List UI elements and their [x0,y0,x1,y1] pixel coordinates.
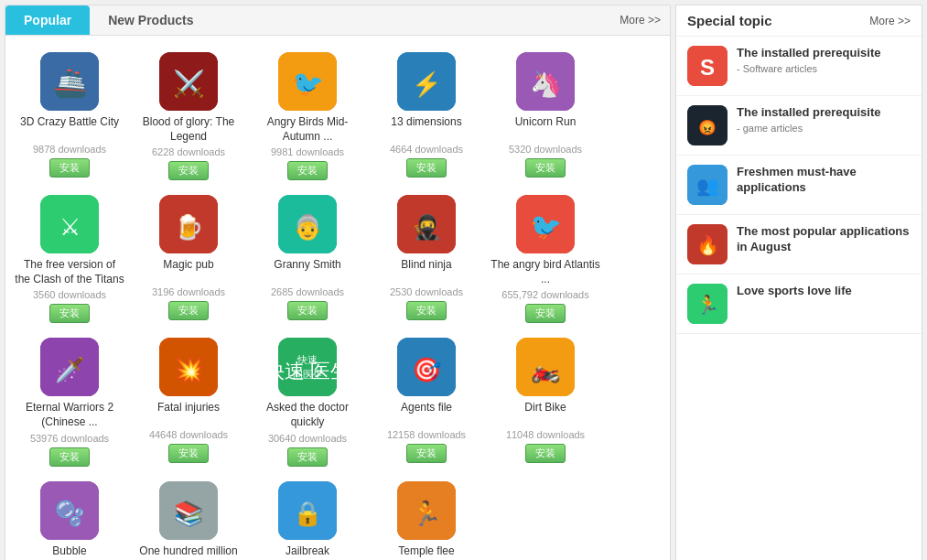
list-item: 📚 One hundred million Bookstore 4229 dow… [129,474,248,560]
svg-text:🔒: 🔒 [293,499,323,528]
app-icon: 🥷 [397,195,456,253]
app-icon: ⚔️ [159,52,218,111]
sidebar-item-icon: 🔥 [687,224,728,264]
list-item: 🔒 Jailbreak 3669 downloads 安装 [248,474,367,560]
install-button[interactable]: 安装 [168,444,209,463]
app-name: Asked the doctor quickly [253,401,362,429]
app-icon: 🍺 [159,195,218,253]
sidebar-item-title: Love sports love life [737,284,911,299]
sidebar-item[interactable]: 🔥 The most popular applications in Augus… [676,215,922,275]
svg-text:🐦: 🐦 [530,211,562,242]
list-item: 🥷 Blind ninja 2530 downloads 安装 [367,188,486,330]
svg-text:💥: 💥 [174,355,204,384]
svg-text:🫧: 🫧 [55,499,85,528]
install-button[interactable]: 安装 [406,444,447,463]
list-item: 快速 医生快速问医生 Asked the doctor quickly 3064… [248,330,367,473]
sidebar-item-title: The most popular applications in August [737,224,911,255]
svg-text:🔥: 🔥 [696,234,719,256]
sidebar-item-text: The most popular applications in August [737,224,911,257]
app-name: Jailbreak [253,544,362,560]
app-name: Bubble [15,544,124,560]
list-item: 💥 Fatal injuries 44648 downloads 安装 [129,330,248,473]
app-name: The free version of the Clash of the Tit… [15,258,124,286]
install-button[interactable]: 安装 [525,304,566,323]
app-icon: 🫧 [40,481,99,540]
app-grid-area: 🚢 3D Crazy Battle City 9878 downloads 安装… [5,36,670,560]
install-button[interactable]: 安装 [406,158,447,178]
app-name: Angry Birds Mid-Autumn ... [253,115,362,144]
app-icon: 🐦 [278,52,337,111]
app-downloads: 2530 downloads [372,286,481,297]
svg-text:🏍️: 🏍️ [531,355,561,384]
svg-text:🦄: 🦄 [530,69,562,99]
install-button[interactable]: 安装 [168,161,209,180]
sidebar-item[interactable]: 😡 The installed prerequisite - game arti… [676,96,922,156]
tab-popular[interactable]: Popular [5,5,90,35]
sidebar-item[interactable]: S The installed prerequisite - Software … [676,37,922,96]
install-button[interactable]: 安装 [49,158,90,178]
svg-text:👵: 👵 [293,212,323,242]
app-name: Fatal injuries [134,401,243,426]
install-button[interactable]: 安装 [525,444,566,463]
sidebar-item-text: The installed prerequisite - Software ar… [737,46,911,74]
app-icon: ⚡ [397,52,456,111]
install-button[interactable]: 安装 [49,304,90,323]
app-container: Popular New Products More >> 🚢 3D Crazy … [0,0,927,560]
list-item: 🐦 Angry Birds Mid-Autumn ... 9981 downlo… [248,45,367,188]
tab-new-products[interactable]: New Products [90,5,211,35]
app-downloads: 3560 downloads [15,289,124,300]
app-icon: 🦄 [516,52,575,111]
app-icon: 快速 医生快速问医生 [278,338,337,396]
app-downloads: 6228 downloads [134,146,243,157]
sidebar-item-text: The installed prerequisite - game articl… [737,105,911,134]
list-item: 👵 Granny Smith 2685 downloads 安装 [248,188,367,330]
app-name: Magic pub [134,258,243,284]
install-button[interactable]: 安装 [287,447,328,467]
app-icon: 🐦 [516,195,575,253]
tabs-bar: Popular New Products More >> [5,5,670,36]
app-name: The angry bird Atlantis ... [490,258,600,286]
app-icon: 💥 [159,338,218,396]
list-item: 🏍️ Dirt Bike 11048 downloads 安装 [486,330,605,473]
app-icon: 📚 [159,481,218,540]
sidebar-item[interactable]: 👥 Freshmen must-have applications [676,156,922,215]
sidebar-item-title: Freshmen must-have applications [737,165,911,196]
app-name: Blind ninja [372,258,481,284]
sidebar-item-title: The installed prerequisite [737,46,911,61]
sidebar-item-icon: 👥 [687,165,728,205]
svg-text:🚢: 🚢 [53,67,88,100]
app-name: Eternal Warriors 2 (Chinese ... [15,401,124,429]
svg-text:🏃: 🏃 [412,499,442,528]
app-name: One hundred million Bookstore [134,544,243,560]
install-button[interactable]: 安装 [287,301,328,320]
app-name: Dirt Bike [490,401,600,426]
svg-text:🍺: 🍺 [174,212,204,242]
install-button[interactable]: 安装 [287,161,328,180]
list-item: 🏃 Temple flee 366,752 downloads 安装 [367,474,486,560]
install-button[interactable]: 安装 [168,301,209,320]
app-downloads: 9878 downloads [15,144,124,155]
app-name: 3D Crazy Battle City [15,115,124,141]
sidebar-more-link[interactable]: More >> [869,15,911,27]
sidebar-title: Special topic [687,13,772,28]
list-item: ⚡ 13 dimensions 4664 downloads 安装 [367,45,486,188]
app-downloads: 11048 downloads [490,429,600,440]
app-downloads: 5320 downloads [490,144,600,155]
app-name: Unicorn Run [490,115,600,141]
main-area: Popular New Products More >> 🚢 3D Crazy … [5,5,671,560]
svg-text:S: S [700,55,715,80]
sidebar: Special topic More >> S The installed pr… [675,5,922,560]
app-downloads: 2685 downloads [253,286,362,297]
app-icon: 🔒 [278,481,337,540]
install-button[interactable]: 安装 [406,301,447,320]
sidebar-item[interactable]: 🏃 Love sports love life [676,275,922,334]
install-button[interactable]: 安装 [49,447,90,467]
main-more-link[interactable]: More >> [620,14,661,27]
list-item: ⚔️ Blood of glory: The Legend 6228 downl… [129,45,248,188]
app-downloads: 3196 downloads [134,286,243,297]
sidebar-item-text: Freshmen must-have applications [737,165,911,198]
app-name: Agents file [372,401,481,426]
app-name: Blood of glory: The Legend [134,115,243,144]
install-button[interactable]: 安装 [525,158,566,178]
app-downloads: 4664 downloads [372,144,481,155]
